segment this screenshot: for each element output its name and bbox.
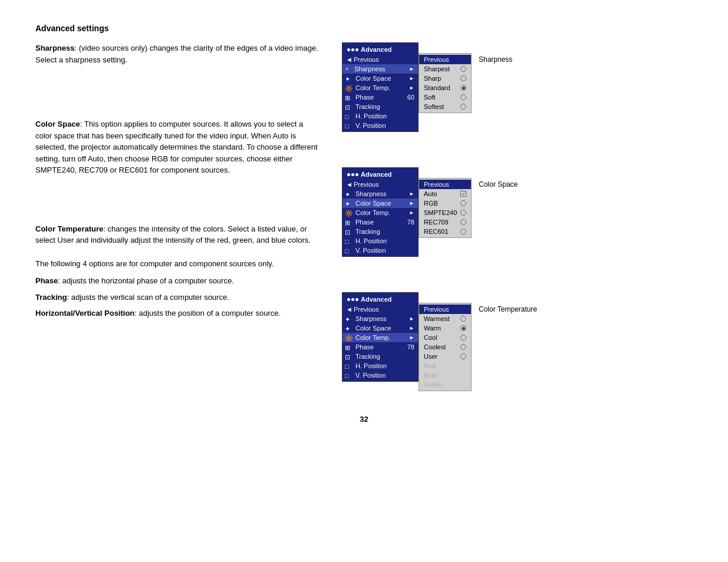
ct-sharpness-item[interactable]: ✦ Sharpness ►	[342, 314, 418, 323]
submenu-prev[interactable]: Previous	[419, 55, 471, 64]
phase-item[interactable]: ⊞ Phase 60	[342, 92, 418, 102]
back-arrow: ◄	[346, 56, 353, 63]
ct-warmest-radio	[460, 316, 466, 322]
ct-color-temp-item[interactable]: 🔆 Color Temp. ►	[342, 333, 418, 342]
ct-menu-header: Advanced	[342, 294, 418, 305]
cs-submenu-rec601[interactable]: REC601	[419, 227, 471, 236]
cs-sharpness-item[interactable]: ✦ Sharpness ►	[342, 189, 418, 199]
color-temp-diagram: Advanced ◄ Previous ✦ Sharpness ► ✦	[342, 292, 537, 391]
ct-submenu-cool[interactable]: Cool	[419, 333, 471, 342]
note-text: The following 4 options are for computer…	[35, 259, 274, 268]
ct-phase-value: 78	[407, 343, 414, 351]
page-content: Advanced settings Sharpness: (video sour…	[35, 24, 693, 424]
sharpness-main-menu: Advanced ◄ Previous ✦ Sharpness ► ✦	[342, 42, 419, 132]
sharpness-icon: ✦	[345, 66, 352, 72]
cs-submenu-prev[interactable]: Previous	[419, 180, 471, 189]
v-position-item[interactable]: □ V. Position	[342, 121, 418, 130]
sharpness-diagram: Advanced ◄ Previous ✦ Sharpness ► ✦	[342, 42, 537, 132]
ct-warm-radio	[460, 325, 466, 331]
cs-tracking-item[interactable]: ⊡ Tracking	[342, 227, 418, 236]
cs-smpte240-label: SMPTE240	[424, 209, 457, 216]
cs-submenu-rec709[interactable]: REC709	[419, 217, 471, 227]
ct-color-space-item[interactable]: ✦ Color Space ►	[342, 323, 418, 333]
ct-submenu-user[interactable]: User	[419, 352, 471, 361]
submenu-softest[interactable]: Softest	[419, 102, 471, 111]
cs-dot1	[347, 173, 350, 176]
ct-tracking-item[interactable]: ⊡ Tracking	[342, 352, 418, 361]
ct-h-pos-item[interactable]: □ H. Position	[342, 361, 418, 371]
color-space-submenu: Previous Auto RGB SMPTE240	[419, 178, 472, 238]
color-temp-icon: 🔆	[345, 85, 353, 91]
cs-color-space-item[interactable]: ✦ Color Space ►	[342, 199, 418, 208]
v-pos-label: V. Position	[355, 122, 414, 129]
cs-auto-label: Auto	[424, 190, 437, 197]
cs-menu-header: Advanced	[342, 169, 418, 180]
cs-arrow-right2: ►	[409, 200, 414, 206]
menu-title: Advanced	[361, 46, 392, 53]
dot1	[347, 48, 350, 51]
sharpness-menu-container: Advanced ◄ Previous ✦ Sharpness ► ✦	[342, 42, 472, 132]
note-block: The following 4 options are for computer…	[35, 258, 318, 270]
cs-v-pos-item[interactable]: □ V. Position	[342, 246, 418, 255]
cs-submenu-rgb[interactable]: RGB	[419, 199, 471, 208]
cs-menu-title: Advanced	[361, 171, 392, 178]
prev-label: Previous	[354, 56, 379, 63]
color-temp-term: Color Temperature	[35, 224, 103, 233]
cs-color-space-label: Color Space	[355, 200, 407, 207]
cs-sharpness-icon: ✦	[345, 191, 353, 197]
color-space-block: Color Space: This option applies to comp…	[35, 118, 318, 176]
ct-coolest-label: Coolest	[424, 343, 446, 351]
cs-smpte-radio	[460, 210, 466, 216]
ct-submenu-coolest[interactable]: Coolest	[419, 342, 471, 352]
ct-warmest-label: Warmest	[424, 315, 450, 322]
color-temp-text: Color Temperature: changes the intensity…	[35, 223, 318, 246]
cs-sharpness-label: Sharpness	[355, 190, 407, 197]
ct-submenu-warmest[interactable]: Warmest	[419, 314, 471, 323]
cs-submenu-smpte240[interactable]: SMPTE240	[419, 208, 471, 217]
submenu-soft[interactable]: Soft	[419, 92, 471, 102]
tracking-term: Tracking	[35, 293, 67, 302]
submenu-sharpest[interactable]: Sharpest	[419, 64, 471, 74]
sharpness-label: Sharpness	[354, 65, 407, 72]
cs-h-pos-label: H. Position	[355, 237, 414, 244]
tracking-item[interactable]: ⊡ Tracking	[342, 102, 418, 111]
ct-sharpness-icon: ✦	[345, 316, 353, 322]
ct-back-arrow: ◄	[346, 306, 353, 313]
cs-phase-label: Phase	[355, 219, 405, 226]
color-space-main-menu: Advanced ◄ Previous ✦ Sharpness ► ✦	[342, 167, 419, 257]
cs-phase-item[interactable]: ⊞ Phase 78	[342, 217, 418, 227]
ct-submenu-prev[interactable]: Previous	[419, 305, 471, 314]
submenu-sharp[interactable]: Sharp	[419, 74, 471, 83]
cs-h-pos-item[interactable]: □ H. Position	[342, 236, 418, 246]
color-temp-submenu: Previous Warmest Warm Cool	[419, 303, 472, 391]
ct-prev-label: Previous	[354, 306, 379, 313]
ct-cool-label: Cool	[424, 334, 437, 341]
soft-label: Soft	[424, 94, 436, 101]
ct-submenu-warm[interactable]: Warm	[419, 323, 471, 333]
cs-phase-icon: ⊞	[345, 219, 353, 225]
ct-red-label: Red	[424, 362, 436, 369]
cs-color-space-icon: ✦	[345, 200, 353, 206]
arrow-right: ►	[409, 85, 414, 91]
cs-h-pos-icon: □	[345, 238, 353, 244]
color-temp-diagram-label: Color Temperature	[479, 305, 537, 313]
ct-phase-item[interactable]: ⊞ Phase 78	[342, 342, 418, 352]
color-temp-block: Color Temperature: changes the intensity…	[35, 223, 318, 246]
standard-radio	[460, 85, 466, 91]
color-temp-item[interactable]: 🔆 Color Temp. ►	[342, 83, 418, 92]
h-position-item[interactable]: □ H. Position	[342, 111, 418, 121]
ct-phase-icon: ⊞	[345, 344, 353, 350]
color-space-item[interactable]: ✦ Color Space ►	[342, 74, 418, 83]
ct-v-pos-item[interactable]: □ V. Position	[342, 371, 418, 380]
tracking-desc: : adjusts the vertical scan of a compute…	[67, 293, 229, 302]
color-temp-label: Color Temp.	[355, 84, 407, 91]
ct-color-temp-icon: 🔆	[345, 335, 353, 340]
submenu-standard[interactable]: Standard	[419, 83, 471, 92]
ct-v-pos-icon: □	[345, 372, 353, 378]
ct-sharpness-label: Sharpness	[355, 315, 407, 322]
ct-tracking-icon: ⊡	[345, 353, 353, 359]
sharpness-menu-item-selected[interactable]: ✦ Sharpness ►	[342, 64, 418, 74]
arrow-right: ►	[409, 75, 414, 81]
cs-color-temp-item[interactable]: 🔆 Color Temp. ►	[342, 208, 418, 217]
cs-submenu-auto[interactable]: Auto	[419, 189, 471, 199]
